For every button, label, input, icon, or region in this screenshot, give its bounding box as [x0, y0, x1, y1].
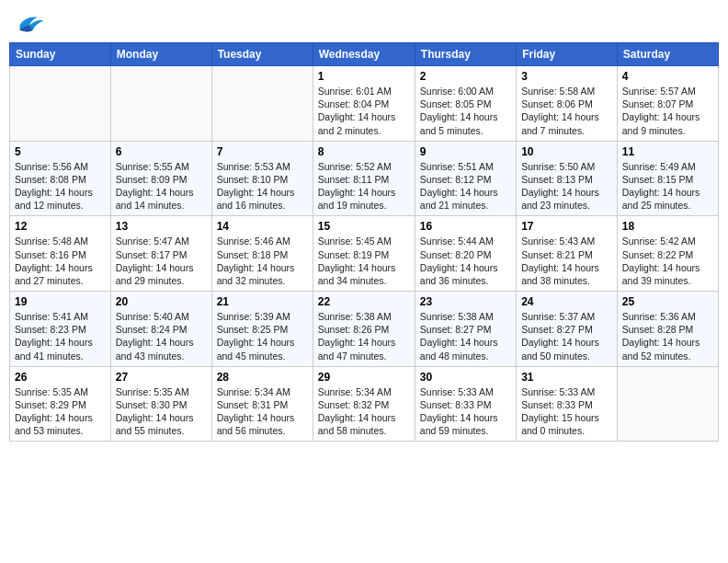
day-info: Sunrise: 5:35 AMSunset: 8:29 PMDaylight:… [15, 385, 106, 438]
calendar-cell: 27Sunrise: 5:35 AMSunset: 8:30 PMDayligh… [110, 366, 211, 442]
day-info: Sunrise: 5:35 AMSunset: 8:30 PMDaylight:… [116, 385, 207, 438]
day-number: 27 [116, 371, 207, 384]
day-number: 23 [420, 295, 511, 308]
calendar-body: 1Sunrise: 6:01 AMSunset: 8:04 PMDaylight… [10, 66, 719, 442]
calendar-cell [211, 66, 313, 142]
calendar-cell: 30Sunrise: 5:33 AMSunset: 8:33 PMDayligh… [415, 366, 516, 442]
calendar-cell: 14Sunrise: 5:46 AMSunset: 8:18 PMDayligh… [211, 216, 313, 292]
calendar-cell: 21Sunrise: 5:39 AMSunset: 8:25 PMDayligh… [211, 292, 313, 367]
calendar-cell: 3Sunrise: 5:58 AMSunset: 8:06 PMDaylight… [517, 66, 618, 142]
day-number: 22 [318, 295, 410, 308]
calendar-cell: 29Sunrise: 5:34 AMSunset: 8:32 PMDayligh… [313, 366, 415, 442]
day-info: Sunrise: 5:58 AMSunset: 8:06 PMDaylight:… [521, 85, 612, 137]
day-info: Sunrise: 6:01 AMSunset: 8:04 PMDaylight:… [318, 85, 410, 137]
calendar-cell: 28Sunrise: 5:34 AMSunset: 8:31 PMDayligh… [211, 366, 313, 442]
day-number: 3 [521, 70, 612, 83]
calendar-week-row: 19Sunrise: 5:41 AMSunset: 8:23 PMDayligh… [10, 292, 719, 367]
calendar-cell: 1Sunrise: 6:01 AMSunset: 8:04 PMDaylight… [313, 66, 415, 142]
day-number: 28 [217, 371, 308, 384]
day-info: Sunrise: 5:53 AMSunset: 8:10 PMDaylight:… [217, 160, 308, 213]
weekday-header-friday: Friday [517, 43, 618, 66]
calendar-cell: 25Sunrise: 5:36 AMSunset: 8:28 PMDayligh… [617, 292, 718, 367]
calendar-cell: 8Sunrise: 5:52 AMSunset: 8:11 PMDaylight… [313, 141, 415, 216]
day-info: Sunrise: 5:33 AMSunset: 8:33 PMDaylight:… [420, 385, 511, 438]
day-info: Sunrise: 6:00 AMSunset: 8:05 PMDaylight:… [420, 85, 511, 137]
day-number: 13 [116, 220, 207, 233]
weekday-header-monday: Monday [110, 43, 211, 66]
day-number: 17 [521, 220, 612, 233]
day-info: Sunrise: 5:36 AMSunset: 8:28 PMDaylight:… [622, 310, 713, 362]
calendar-week-row: 12Sunrise: 5:48 AMSunset: 8:16 PMDayligh… [10, 216, 719, 292]
day-number: 21 [217, 295, 308, 308]
day-info: Sunrise: 5:42 AMSunset: 8:22 PMDaylight:… [622, 235, 713, 287]
day-number: 5 [15, 145, 106, 158]
calendar-week-row: 1Sunrise: 6:01 AMSunset: 8:04 PMDaylight… [10, 66, 719, 142]
calendar-cell [10, 66, 111, 142]
weekday-header-wednesday: Wednesday [313, 43, 415, 66]
day-number: 26 [15, 371, 106, 384]
day-info: Sunrise: 5:56 AMSunset: 8:08 PMDaylight:… [15, 160, 106, 213]
calendar-cell: 6Sunrise: 5:55 AMSunset: 8:09 PMDaylight… [110, 141, 211, 216]
calendar-cell: 26Sunrise: 5:35 AMSunset: 8:29 PMDayligh… [10, 366, 111, 442]
weekday-header-tuesday: Tuesday [211, 43, 313, 66]
calendar-cell: 5Sunrise: 5:56 AMSunset: 8:08 PMDaylight… [10, 141, 111, 216]
calendar-cell: 19Sunrise: 5:41 AMSunset: 8:23 PMDayligh… [10, 292, 111, 367]
day-info: Sunrise: 5:38 AMSunset: 8:27 PMDaylight:… [420, 310, 511, 362]
calendar-cell [110, 66, 211, 142]
weekday-header-saturday: Saturday [617, 43, 718, 66]
day-number: 2 [420, 70, 511, 83]
calendar-cell: 31Sunrise: 5:33 AMSunset: 8:33 PMDayligh… [517, 366, 618, 442]
calendar-week-row: 5Sunrise: 5:56 AMSunset: 8:08 PMDaylight… [10, 141, 719, 216]
calendar-cell: 13Sunrise: 5:47 AMSunset: 8:17 PMDayligh… [110, 216, 211, 292]
calendar-cell: 4Sunrise: 5:57 AMSunset: 8:07 PMDaylight… [617, 66, 718, 142]
day-info: Sunrise: 5:39 AMSunset: 8:25 PMDaylight:… [217, 310, 308, 362]
weekday-header-row: SundayMondayTuesdayWednesdayThursdayFrid… [10, 43, 719, 66]
calendar-cell: 15Sunrise: 5:45 AMSunset: 8:19 PMDayligh… [313, 216, 415, 292]
logo-icon [13, 9, 46, 35]
day-info: Sunrise: 5:49 AMSunset: 8:15 PMDaylight:… [622, 160, 713, 213]
calendar-cell: 2Sunrise: 6:00 AMSunset: 8:05 PMDaylight… [415, 66, 516, 142]
calendar-cell: 20Sunrise: 5:40 AMSunset: 8:24 PMDayligh… [110, 292, 211, 367]
day-number: 14 [217, 220, 308, 233]
day-info: Sunrise: 5:46 AMSunset: 8:18 PMDaylight:… [217, 235, 308, 287]
day-number: 4 [622, 70, 713, 83]
day-number: 25 [622, 295, 713, 308]
calendar-cell: 18Sunrise: 5:42 AMSunset: 8:22 PMDayligh… [617, 216, 718, 292]
calendar-cell: 9Sunrise: 5:51 AMSunset: 8:12 PMDaylight… [415, 141, 516, 216]
calendar-cell: 17Sunrise: 5:43 AMSunset: 8:21 PMDayligh… [517, 216, 618, 292]
day-number: 10 [521, 145, 612, 158]
calendar-cell: 11Sunrise: 5:49 AMSunset: 8:15 PMDayligh… [617, 141, 718, 216]
day-number: 30 [420, 371, 511, 384]
day-info: Sunrise: 5:52 AMSunset: 8:11 PMDaylight:… [318, 160, 410, 213]
day-info: Sunrise: 5:34 AMSunset: 8:31 PMDaylight:… [217, 385, 308, 438]
day-info: Sunrise: 5:40 AMSunset: 8:24 PMDaylight:… [116, 310, 207, 362]
day-info: Sunrise: 5:48 AMSunset: 8:16 PMDaylight:… [15, 235, 106, 287]
day-info: Sunrise: 5:44 AMSunset: 8:20 PMDaylight:… [420, 235, 511, 287]
day-number: 19 [15, 295, 106, 308]
calendar-cell [617, 366, 718, 442]
calendar-table: SundayMondayTuesdayWednesdayThursdayFrid… [9, 42, 719, 442]
day-info: Sunrise: 5:38 AMSunset: 8:26 PMDaylight:… [318, 310, 410, 362]
day-number: 7 [217, 145, 308, 158]
day-info: Sunrise: 5:34 AMSunset: 8:32 PMDaylight:… [318, 385, 410, 438]
day-number: 31 [521, 371, 612, 384]
day-info: Sunrise: 5:55 AMSunset: 8:09 PMDaylight:… [116, 160, 207, 213]
calendar-cell: 16Sunrise: 5:44 AMSunset: 8:20 PMDayligh… [415, 216, 516, 292]
day-number: 15 [318, 220, 410, 233]
day-number: 1 [318, 70, 410, 83]
day-number: 6 [116, 145, 207, 158]
calendar-cell: 12Sunrise: 5:48 AMSunset: 8:16 PMDayligh… [10, 216, 111, 292]
day-number: 24 [521, 295, 612, 308]
day-number: 11 [622, 145, 713, 158]
calendar-cell: 24Sunrise: 5:37 AMSunset: 8:27 PMDayligh… [517, 292, 618, 367]
day-info: Sunrise: 5:50 AMSunset: 8:13 PMDaylight:… [521, 160, 612, 213]
day-info: Sunrise: 5:47 AMSunset: 8:17 PMDaylight:… [116, 235, 207, 287]
day-info: Sunrise: 5:37 AMSunset: 8:27 PMDaylight:… [521, 310, 612, 362]
day-number: 9 [420, 145, 511, 158]
day-number: 16 [420, 220, 511, 233]
calendar-cell: 23Sunrise: 5:38 AMSunset: 8:27 PMDayligh… [415, 292, 516, 367]
day-info: Sunrise: 5:57 AMSunset: 8:07 PMDaylight:… [622, 85, 713, 137]
page-header [9, 9, 719, 35]
weekday-header-sunday: Sunday [10, 43, 111, 66]
weekday-header-thursday: Thursday [415, 43, 516, 66]
